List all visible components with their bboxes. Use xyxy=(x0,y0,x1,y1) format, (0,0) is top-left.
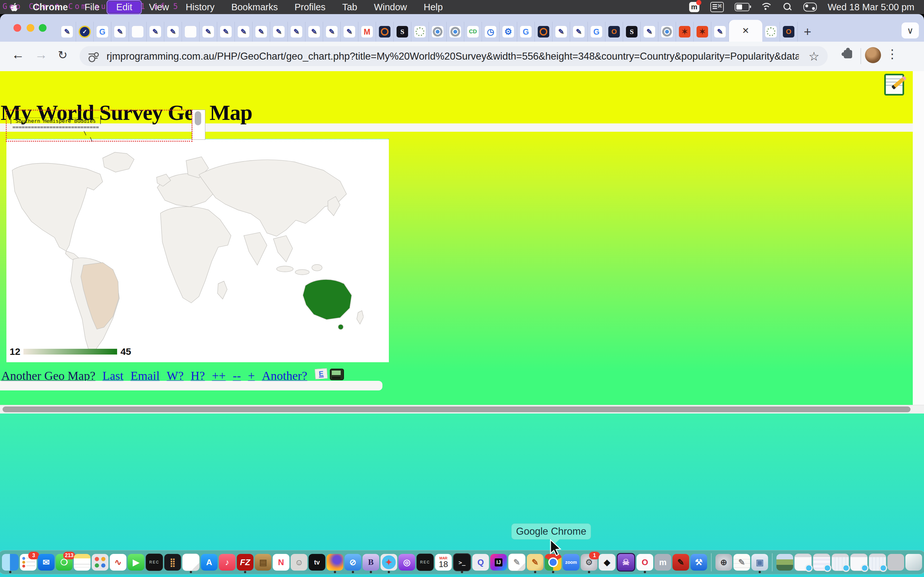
tab-dots[interactable] xyxy=(411,22,429,42)
tab-google[interactable]: G xyxy=(588,22,606,42)
menu-item-tab[interactable]: Tab xyxy=(334,1,366,13)
email-note-icon[interactable]: E xyxy=(315,368,328,380)
dock-messages[interactable]: ❍213 xyxy=(56,554,73,571)
dock-intellij[interactable]: IJ xyxy=(490,554,507,571)
pager-icon[interactable] xyxy=(330,369,344,380)
dock-news[interactable]: N xyxy=(273,554,289,571)
dock-skull[interactable]: ☠ xyxy=(617,553,635,572)
dock-leather[interactable]: ▤ xyxy=(255,554,271,571)
dock-bapp[interactable]: B xyxy=(363,554,379,571)
window-minimize-button[interactable] xyxy=(27,24,34,32)
dock-gimp[interactable]: ☺ xyxy=(291,554,307,571)
dock-mediawin[interactable]: ▣ xyxy=(751,554,768,571)
tab-dots[interactable] xyxy=(762,22,780,42)
tab-hand[interactable]: ✶ xyxy=(694,22,711,42)
tab-pencil[interactable]: ✎ xyxy=(711,22,729,42)
tab-pencil[interactable]: ✎ xyxy=(552,22,570,42)
tab-gmail[interactable]: M xyxy=(359,22,376,42)
dock-safari[interactable]: ✦ xyxy=(381,554,397,571)
dock-facetime[interactable]: ▶ xyxy=(128,554,144,571)
tab-ring[interactable] xyxy=(535,22,552,42)
back-button[interactable]: ← xyxy=(11,47,24,62)
horizontal-scrollbar-thumb[interactable] xyxy=(3,406,911,412)
dock-xcode[interactable]: ⚒ xyxy=(690,554,707,571)
control-center-icon[interactable] xyxy=(803,3,817,11)
site-settings-icon[interactable] xyxy=(89,52,97,60)
tab-pencil[interactable]: ✎ xyxy=(217,22,235,42)
tab-chromeg[interactable] xyxy=(658,22,676,42)
tab-cd[interactable]: CD xyxy=(464,22,482,42)
tab-pencil[interactable]: ✎ xyxy=(200,22,217,42)
dock-quicktime[interactable]: Q xyxy=(472,554,489,571)
textarea-scrollbar-thumb[interactable] xyxy=(195,111,201,125)
dock-keypad[interactable]: ⣿ xyxy=(164,554,181,571)
menu-item-chrome[interactable]: Chrome xyxy=(24,1,76,13)
dock-stickies[interactable]: ✎ xyxy=(733,554,750,571)
tab-pencil[interactable]: ✎ xyxy=(270,22,288,42)
dock-filezilla[interactable]: FZ xyxy=(237,554,254,571)
dock-opera[interactable]: O xyxy=(636,554,653,571)
dock-minphoto[interactable] xyxy=(776,554,793,571)
url-text[interactable]: rjmprogramming.com.au/PHP/GeoChart/geo_c… xyxy=(107,51,799,62)
tab-sdark[interactable]: S xyxy=(394,22,411,42)
dock-podcasts[interactable]: ◎ xyxy=(399,554,415,571)
dock-rec[interactable]: REC xyxy=(417,554,434,571)
tab-hand[interactable]: ✶ xyxy=(676,22,694,42)
dock-appstore[interactable]: A xyxy=(201,554,218,571)
wifi-icon[interactable] xyxy=(760,3,772,11)
dock-finder[interactable] xyxy=(2,554,19,571)
tab-overflow-button[interactable]: ∨ xyxy=(901,23,919,39)
dock-terminal[interactable]: >_ xyxy=(453,553,471,571)
tab-gear[interactable]: ⚙ xyxy=(499,22,517,42)
dock-launchpad[interactable] xyxy=(92,554,108,571)
tab-clock[interactable]: ◷ xyxy=(482,22,499,42)
new-tab-button[interactable]: + xyxy=(798,22,817,42)
tab-chromeg[interactable] xyxy=(429,22,447,42)
tab-ring[interactable] xyxy=(376,22,394,42)
dock-settings[interactable]: ⚙1 xyxy=(581,554,598,571)
dock-mail[interactable]: ✉ xyxy=(38,554,55,571)
dock-notes[interactable] xyxy=(74,554,90,571)
dock-mastodon[interactable]: m xyxy=(654,554,671,571)
extensions-icon[interactable] xyxy=(844,50,852,58)
menu-item-profiles[interactable]: Profiles xyxy=(286,1,334,13)
dock-palette[interactable]: ✎ xyxy=(527,554,543,571)
forward-button[interactable]: → xyxy=(35,47,47,62)
dock-calendar[interactable]: MAR18 xyxy=(435,554,452,571)
tab-pencil[interactable]: ✎ xyxy=(111,22,129,42)
dock-minwin[interactable] xyxy=(795,554,812,571)
tab-odark[interactable]: O xyxy=(780,22,798,42)
profile-avatar[interactable] xyxy=(865,47,881,63)
country-australia[interactable] xyxy=(303,279,352,319)
dock-access[interactable]: ⊕ xyxy=(716,554,732,571)
dock-graysq[interactable] xyxy=(887,554,904,571)
browser-menu-icon[interactable]: ⋮ xyxy=(886,47,898,61)
reload-button[interactable]: ↻ xyxy=(58,48,67,62)
menu-item-view[interactable]: View xyxy=(141,1,177,13)
dock-nosign[interactable]: ⊘ xyxy=(344,554,361,571)
dock-minwin3[interactable] xyxy=(832,554,849,571)
horizontal-scrollbar[interactable] xyxy=(0,405,924,414)
tab-pencil[interactable]: ✎ xyxy=(305,22,323,42)
window-close-button[interactable] xyxy=(13,24,21,32)
menu-item-history[interactable]: History xyxy=(178,1,223,13)
menu-bar-clock[interactable]: Wed 18 Mar 5:00 pm xyxy=(828,2,914,13)
data-textarea[interactable] xyxy=(192,110,205,140)
tab-pencil[interactable]: ✎ xyxy=(252,22,270,42)
menu-item-bookmarks[interactable]: Bookmarks xyxy=(223,1,286,13)
app-notification-icon[interactable]: m xyxy=(689,2,699,12)
dock-docpen[interactable]: ✎ xyxy=(508,554,525,571)
dock-zoomapp[interactable]: zoom xyxy=(563,554,580,571)
tab-pencil[interactable]: ✎ xyxy=(341,22,359,42)
tab-blank[interactable] xyxy=(129,22,147,42)
dock-minwin3[interactable] xyxy=(869,554,886,571)
tab-pencil[interactable]: ✎ xyxy=(58,22,76,42)
dock-appletv[interactable]: tv xyxy=(309,554,325,571)
tab-odark[interactable]: O xyxy=(606,22,623,42)
dock-music[interactable]: ♪ xyxy=(219,554,236,571)
active-tab[interactable]: ✕ xyxy=(729,20,762,42)
tab-pencil[interactable]: ✎ xyxy=(147,22,164,42)
dock-minwin[interactable] xyxy=(850,554,867,571)
tab-pencil[interactable]: ✎ xyxy=(323,22,341,42)
dock-inkscape[interactable]: ◆ xyxy=(599,554,615,571)
